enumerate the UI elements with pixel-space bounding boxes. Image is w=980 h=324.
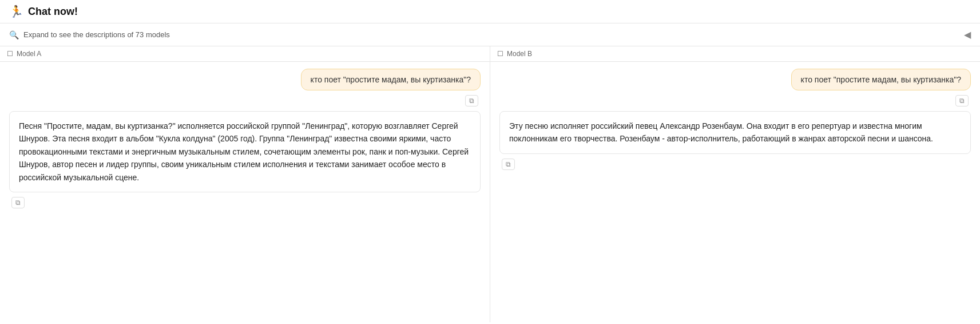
- copy-assistant-button-a[interactable]: ⧉: [11, 197, 25, 208]
- panel-a-label: Model A: [17, 50, 41, 58]
- panel-b-chat: кто поет "простите мадам, вы куртизанка"…: [490, 62, 980, 322]
- copy-assistant-button-b[interactable]: ⧉: [502, 159, 515, 170]
- panel-a-chat: кто поет "простите мадам, вы куртизанка"…: [0, 62, 490, 322]
- user-message-row-a: кто поет "простите мадам, вы куртизанка"…: [9, 69, 481, 90]
- expand-bar-label: Expand to see the descriptions of 73 mod…: [23, 30, 959, 39]
- panel-model-b: ☐ Model B кто поет "простите мадам, вы к…: [490, 46, 980, 322]
- panel-model-a: ☐ Model A кто поет "простите мадам, вы к…: [0, 46, 490, 322]
- assistant-message-b: Эту песню исполняет российский певец Але…: [499, 111, 971, 154]
- chat-panels: ☐ Model A кто поет "простите мадам, вы к…: [0, 46, 980, 322]
- assistant-message-a: Песня "Простите, мадам, вы куртизанка?" …: [9, 111, 481, 192]
- copy-row-user-b: ⧉: [499, 95, 971, 106]
- panel-b-header: ☐ Model B: [490, 46, 980, 62]
- app-icon: 🏃: [9, 5, 23, 18]
- panel-a-header: ☐ Model A: [0, 46, 490, 62]
- copy-row-assistant-b: ⧉: [499, 159, 971, 170]
- panel-a-icon: ☐: [7, 50, 13, 58]
- panel-b-label: Model B: [507, 50, 532, 58]
- copy-row-user-a: ⧉: [9, 95, 481, 106]
- expand-models-bar[interactable]: 🔍 Expand to see the descriptions of 73 m…: [0, 23, 980, 46]
- panel-b-icon: ☐: [497, 50, 503, 58]
- copy-row-assistant-a: ⧉: [9, 197, 481, 208]
- user-bubble-b: кто поет "простите мадам, вы куртизанка"…: [791, 69, 971, 90]
- chevron-left-icon: ◀: [964, 29, 971, 40]
- copy-user-button-a[interactable]: ⧉: [465, 95, 478, 106]
- user-bubble-a: кто поет "простите мадам, вы куртизанка"…: [301, 69, 481, 90]
- app-title: Chat now!: [28, 6, 78, 18]
- app-header: 🏃 Chat now!: [0, 0, 980, 23]
- search-icon: 🔍: [9, 30, 19, 39]
- copy-user-button-b[interactable]: ⧉: [955, 95, 969, 106]
- user-message-row-b: кто поет "простите мадам, вы куртизанка"…: [499, 69, 971, 90]
